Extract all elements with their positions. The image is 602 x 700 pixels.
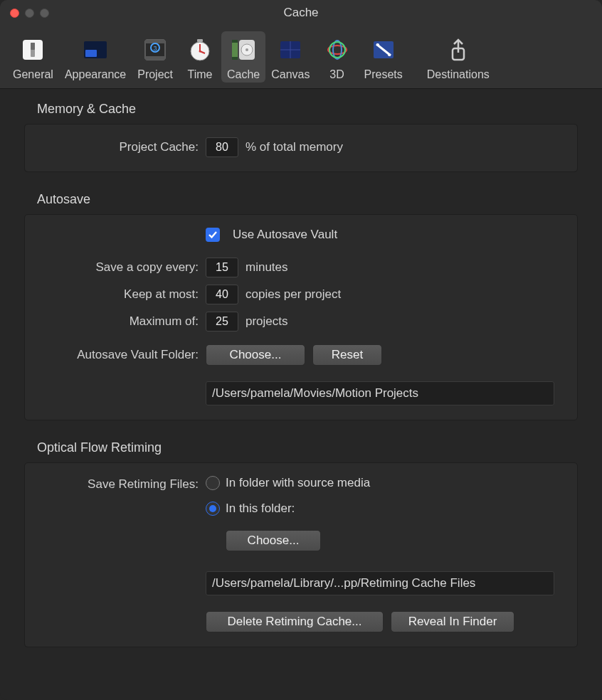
choose-button[interactable]: Choose...: [206, 344, 305, 366]
tab-label: General: [13, 68, 53, 81]
save-every-suffix: minutes: [245, 260, 288, 275]
svg-point-20: [245, 48, 248, 51]
tab-time[interactable]: Time: [179, 31, 221, 83]
reveal-in-finder-button[interactable]: Reveal In Finder: [391, 611, 514, 632]
svg-rect-2: [31, 43, 35, 50]
svg-point-30: [388, 53, 391, 56]
tab-label: Appearance: [65, 68, 126, 81]
save-retiming-files-label: Save Retiming Files:: [39, 476, 206, 492]
autosave-vault-path-field[interactable]: /Users/pamela/Movies/Motion Projects: [206, 381, 554, 405]
tab-general[interactable]: General: [7, 31, 59, 83]
save-every-label: Save a copy every:: [39, 260, 206, 275]
svg-text:3: 3: [154, 45, 157, 52]
keep-most-suffix: copies per project: [245, 287, 341, 302]
radio-icon: [206, 476, 220, 490]
tab-presets[interactable]: Presets: [359, 31, 408, 83]
radio-in-folder[interactable]: In this folder:: [206, 502, 295, 516]
preferences-window: Cache General Appearance: [0, 0, 602, 700]
use-autosave-vault-label: Use Autosave Vault: [233, 228, 337, 242]
radio-source-media[interactable]: In folder with source media: [206, 476, 370, 490]
retiming-choose-button[interactable]: Choose...: [226, 530, 321, 551]
svg-point-14: [199, 51, 201, 53]
radio-label: In this folder:: [226, 502, 295, 516]
svg-rect-4: [85, 50, 97, 57]
svg-rect-15: [232, 40, 238, 60]
minimize-button[interactable]: [25, 9, 34, 18]
reset-button[interactable]: Reset: [312, 344, 382, 366]
3d-icon: [322, 34, 353, 65]
close-button[interactable]: [10, 9, 19, 18]
appearance-icon: [80, 34, 111, 65]
max-of-label: Maximum of:: [39, 314, 206, 329]
svg-point-26: [326, 38, 348, 60]
svg-rect-16: [232, 40, 238, 43]
tab-label: Destinations: [427, 68, 490, 81]
content-area: Memory & Cache Project Cache: % of total…: [0, 89, 602, 682]
project-cache-label: Project Cache:: [39, 140, 206, 154]
titlebar: Cache: [0, 0, 602, 26]
tab-label: Cache: [227, 68, 260, 81]
tab-destinations[interactable]: Destinations: [421, 31, 495, 83]
time-icon: [184, 34, 216, 65]
autosave-group: Use Autosave Vault Save a copy every: mi…: [24, 214, 578, 420]
destinations-icon: [443, 34, 474, 65]
max-of-suffix: projects: [245, 314, 288, 329]
tab-appearance[interactable]: Appearance: [59, 31, 132, 83]
tab-label: Time: [188, 68, 213, 81]
project-cache-input[interactable]: [206, 137, 238, 157]
traffic-lights: [0, 9, 49, 18]
tab-3d[interactable]: 3D: [316, 31, 359, 83]
project-icon: 3: [139, 34, 171, 65]
project-cache-suffix: % of total memory: [245, 140, 343, 154]
keep-most-label: Keep at most:: [39, 287, 206, 302]
radio-icon: [206, 502, 220, 516]
section-title: Autosave: [24, 192, 578, 207]
svg-point-29: [376, 43, 379, 46]
zoom-button[interactable]: [40, 9, 49, 18]
save-every-input[interactable]: [206, 258, 238, 277]
section-title: Optical Flow Retiming: [24, 440, 578, 455]
canvas-icon: [275, 34, 306, 65]
tab-label: 3D: [329, 68, 344, 81]
tab-label: Presets: [364, 68, 403, 81]
delete-retiming-cache-button[interactable]: Delete Retiming Cache...: [206, 611, 384, 632]
tab-canvas[interactable]: Canvas: [265, 31, 315, 83]
window-title: Cache: [0, 6, 602, 20]
presets-icon: [368, 34, 399, 65]
retiming-group: Save Retiming Files: In folder with sour…: [24, 462, 578, 647]
section-title: Memory & Cache: [24, 102, 578, 117]
tab-label: Project: [137, 68, 173, 81]
svg-rect-17: [232, 57, 238, 60]
memory-group: Project Cache: % of total memory: [24, 124, 578, 172]
tab-cache[interactable]: Cache: [221, 31, 265, 83]
tab-project[interactable]: 3 Project: [132, 31, 179, 83]
section-autosave: Autosave Use Autosave Vault Save a copy …: [24, 192, 578, 420]
tab-label: Canvas: [271, 68, 310, 81]
preferences-toolbar: General Appearance 3 Proje: [0, 26, 602, 89]
radio-label: In folder with source media: [226, 476, 370, 490]
cache-icon: [228, 34, 259, 65]
retiming-path-field[interactable]: /Users/pamela/Library/...pp/Retiming Cac…: [206, 571, 554, 595]
section-optical-flow-retiming: Optical Flow Retiming Save Retiming File…: [24, 440, 578, 647]
vault-folder-label: Autosave Vault Folder:: [39, 348, 206, 362]
max-of-input[interactable]: [206, 312, 238, 332]
use-autosave-vault-checkbox[interactable]: [206, 228, 220, 242]
keep-most-input[interactable]: [206, 285, 238, 304]
section-memory-cache: Memory & Cache Project Cache: % of total…: [24, 102, 578, 172]
svg-rect-7: [145, 56, 165, 60]
svg-rect-11: [197, 39, 203, 42]
general-icon: [17, 34, 48, 65]
